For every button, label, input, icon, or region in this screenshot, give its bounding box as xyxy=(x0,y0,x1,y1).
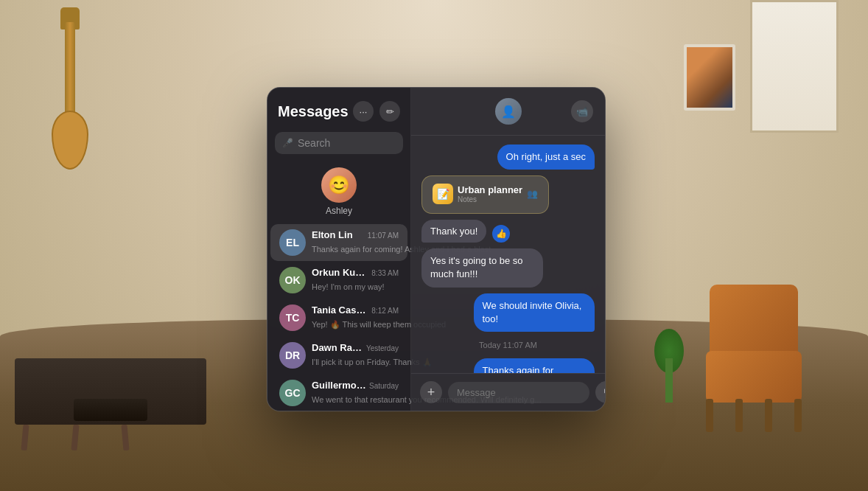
mic-icon: 🎤 xyxy=(282,138,293,148)
contact-name: Dawn Ramirez xyxy=(312,342,363,353)
message-row: Thanks again for coming! Ashley and I ha… xyxy=(421,358,595,373)
sent-message-bubble: Oh right, just a sec xyxy=(497,144,595,170)
audio-message-button[interactable]: 🎙 xyxy=(595,381,606,403)
message-time: 11:07 AM xyxy=(368,231,399,240)
reaction-badge: 👍 xyxy=(492,225,510,243)
more-options-button[interactable]: ··· xyxy=(353,101,374,122)
compose-icon: ✏ xyxy=(386,106,394,117)
more-icon: ··· xyxy=(360,106,368,117)
header-action-icons: ··· ✏ xyxy=(353,101,400,122)
date-divider: Today 11:07 AM xyxy=(421,338,595,352)
message-input[interactable] xyxy=(448,382,589,403)
sidebar-header: Messages ··· ✏ xyxy=(267,88,410,129)
sent-message-bubble: We should invite Olivia, too! xyxy=(474,293,595,332)
message-with-reaction: Thank you! 👍 xyxy=(421,220,510,243)
date-text: Today 11:07 AM xyxy=(479,341,537,349)
window-blind xyxy=(750,0,839,133)
note-app-label: Notes xyxy=(458,195,522,203)
conversation-item[interactable]: TC Tania Castillo 8:12 AM Yep! 🔥 This wi… xyxy=(270,299,407,336)
contact-name: Elton Lin xyxy=(312,229,353,240)
reaction-emoji: 👍 xyxy=(496,229,507,239)
sent-message-bubble: Thanks again for coming! Ashley and I ha… xyxy=(474,358,595,373)
conversation-item[interactable]: EL Elton Lin 11:07 AM Thanks again for c… xyxy=(270,224,407,261)
message-time: 8:12 AM xyxy=(371,307,399,315)
notes-app-icon: 📝 xyxy=(433,184,453,204)
contact-name: Guillermo Castillo xyxy=(312,380,366,391)
group-icon: 👥 xyxy=(527,189,538,199)
messages-body: Oh right, just a sec 📝 Urban planner Not… xyxy=(411,136,605,373)
contact-avatar: TC xyxy=(279,304,306,331)
contact-name: Orkun Kucukse... xyxy=(312,267,368,278)
contact-avatar: OK xyxy=(279,267,306,293)
message-time: Saturday xyxy=(369,382,399,390)
conv-details: Guillermo Castillo Saturday We went to t… xyxy=(312,380,399,405)
ashley-name: Ashley xyxy=(326,206,352,216)
add-attachment-button[interactable]: + xyxy=(420,381,442,403)
note-card-header: 📝 Urban planner Notes 👥 xyxy=(433,184,538,204)
chat-area: 👤 📹 Oh right, just a sec 📝 Urban plan xyxy=(411,88,605,411)
message-row: We should invite Olivia, too! xyxy=(421,293,595,332)
received-message-bubble: Yes it's going to be so much fun!!! xyxy=(421,248,543,287)
messages-sidebar: Messages ··· ✏ 🎤 Search 😊 Ashley xyxy=(267,88,411,411)
message-row: Oh right, just a sec xyxy=(421,144,595,170)
message-text: Thank you! xyxy=(430,226,477,237)
messages-app-window: Messages ··· ✏ 🎤 Search 😊 Ashley xyxy=(267,87,606,411)
sideboard-legs xyxy=(22,425,128,450)
chat-contact-avatar: 👤 xyxy=(495,98,522,125)
received-message-bubble: Thank you! xyxy=(421,220,486,243)
message-preview: Hey! I'm on my way! xyxy=(312,282,385,291)
conversation-item[interactable]: OK Orkun Kucukse... 8:33 AM Hey! I'm on … xyxy=(270,262,407,299)
search-placeholder: Search xyxy=(298,137,330,149)
conv-details: Orkun Kucukse... 8:33 AM Hey! I'm on my … xyxy=(312,267,399,293)
chat-header: 👤 📹 xyxy=(411,88,605,136)
chair-furniture xyxy=(691,285,809,432)
ashley-emoji: 😊 xyxy=(328,175,350,195)
message-text: We should invite Olivia, too! xyxy=(483,300,582,324)
conversation-item[interactable]: GC Guillermo Castillo Saturday We went t… xyxy=(270,375,407,411)
guitar-decoration xyxy=(44,7,96,170)
message-text: Thanks again for coming! Ashley and I ha… xyxy=(483,365,571,373)
note-title: Urban planner xyxy=(458,184,522,195)
note-card-attachment[interactable]: 📝 Urban planner Notes 👥 xyxy=(421,175,549,214)
avatar-initials: EL xyxy=(286,237,299,248)
video-icon: 📹 xyxy=(576,106,588,117)
pinned-contact-ashley[interactable]: 😊 Ashley xyxy=(267,161,410,223)
message-time: Yesterday xyxy=(366,344,399,352)
app-title: Messages xyxy=(278,103,349,120)
search-bar[interactable]: 🎤 Search xyxy=(275,132,403,154)
video-call-button[interactable]: 📹 xyxy=(571,100,593,122)
conv-details: Tania Castillo 8:12 AM Yep! 🔥 This will … xyxy=(312,304,399,330)
conversation-item[interactable]: DR Dawn Ramirez Yesterday I'll pick it u… xyxy=(270,337,407,374)
add-icon: + xyxy=(427,385,435,400)
wall-artwork xyxy=(684,44,735,111)
compose-button[interactable]: ✏ xyxy=(379,101,400,122)
conv-details: Elton Lin 11:07 AM Thanks again for comi… xyxy=(312,229,399,255)
audio-icon: 🎙 xyxy=(602,387,606,397)
message-time: 8:33 AM xyxy=(371,269,399,277)
plant-decoration xyxy=(654,329,684,403)
contact-avatar: GC xyxy=(279,380,306,406)
message-text: Oh right, just a sec xyxy=(506,151,586,162)
contact-avatar: EL xyxy=(279,229,306,256)
conversation-list: EL Elton Lin 11:07 AM Thanks again for c… xyxy=(267,224,410,411)
contact-avatar: DR xyxy=(279,342,306,369)
message-text: Yes it's going to be so much fun!!! xyxy=(430,255,523,279)
chat-input-area: + 🎙 xyxy=(411,373,605,411)
conv-details: Dawn Ramirez Yesterday I'll pick it up o… xyxy=(312,342,399,368)
turntable xyxy=(74,399,147,421)
contact-name: Tania Castillo xyxy=(312,304,368,316)
message-row: Yes it's going to be so much fun!!! xyxy=(421,248,595,287)
ashley-avatar: 😊 xyxy=(321,167,357,203)
